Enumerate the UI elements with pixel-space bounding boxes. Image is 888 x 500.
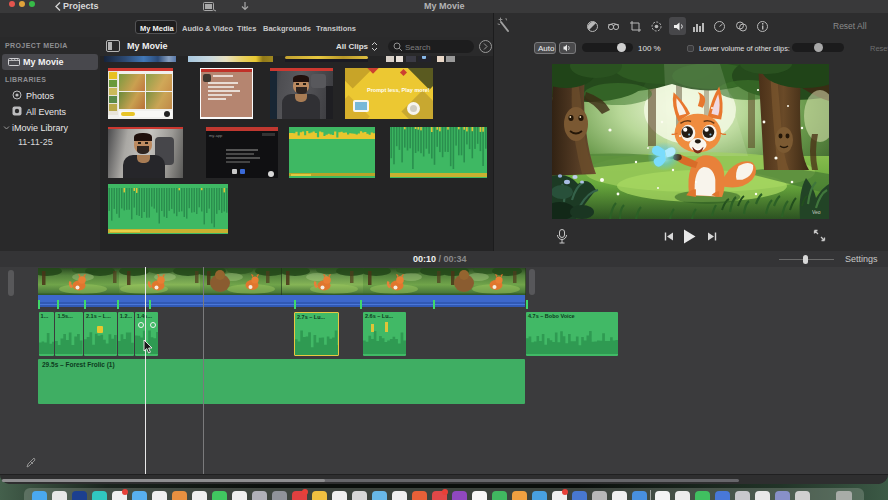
svg-text:Veo: Veo	[812, 209, 821, 215]
